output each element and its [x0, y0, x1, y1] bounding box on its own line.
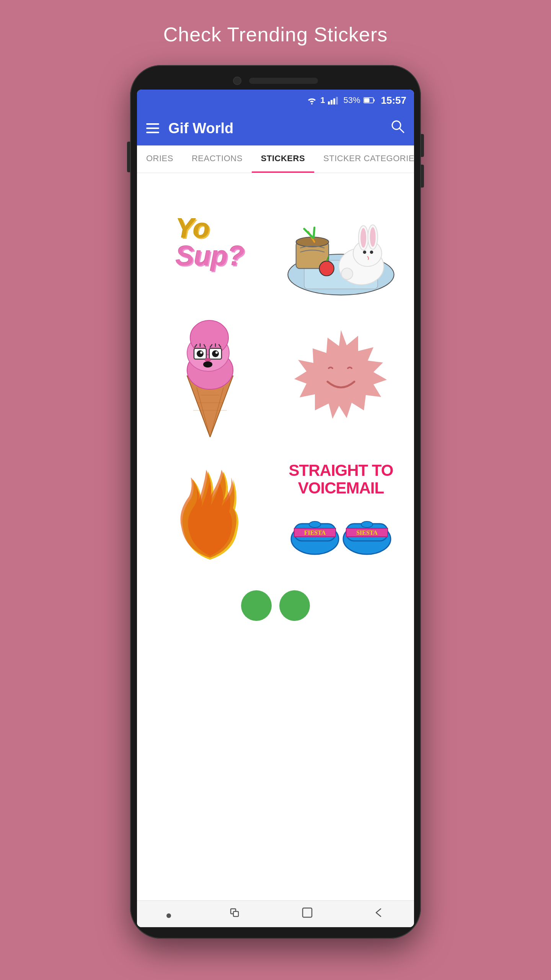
- nav-home-button[interactable]: [301, 906, 313, 921]
- svg-point-36: [197, 350, 204, 357]
- svg-point-38: [200, 351, 202, 354]
- yo-text: Yo: [176, 214, 245, 242]
- sandals-svg: FIESTA SIESTA: [287, 501, 395, 558]
- green-circle-1: [241, 590, 272, 621]
- svg-rect-2: [331, 100, 333, 105]
- svg-rect-60: [233, 911, 238, 916]
- fire-svg: [172, 460, 248, 560]
- sup-text: Sup?: [176, 242, 245, 270]
- tab-reactions[interactable]: REACTIONS: [183, 145, 252, 173]
- sim-indicator: 1: [320, 95, 325, 105]
- sticker-bunny-picnic[interactable]: [280, 181, 402, 303]
- svg-text:FIESTA: FIESTA: [304, 529, 326, 536]
- front-camera: [233, 77, 241, 85]
- svg-point-14: [319, 261, 334, 276]
- tab-stickers[interactable]: STICKERS: [252, 145, 314, 173]
- svg-rect-3: [333, 98, 335, 105]
- sticker-fire-blob[interactable]: [149, 449, 271, 571]
- speaker: [249, 78, 318, 84]
- tab-sticker-categories[interactable]: STICKER CATEGORIES: [314, 145, 414, 173]
- svg-text:SIESTA: SIESTA: [356, 529, 378, 536]
- svg-rect-4: [336, 97, 338, 105]
- sticker-voicemail-sandals[interactable]: STRAIGHT TO VOICEMAIL FIESTA: [280, 449, 402, 571]
- svg-point-37: [212, 350, 219, 357]
- svg-point-39: [215, 351, 218, 354]
- app-bar: Gif World: [137, 111, 414, 145]
- svg-rect-7: [373, 99, 375, 101]
- sticker-yo-sup[interactable]: Yo Sup?: [149, 181, 271, 303]
- page-title: Check Trending Stickers: [163, 23, 388, 46]
- svg-point-41: [203, 361, 212, 368]
- green-circle-2: [279, 590, 310, 621]
- signal-icon: [328, 96, 340, 105]
- wifi-icon: [306, 96, 317, 105]
- battery-icon: [364, 97, 375, 103]
- status-icons: 1 53% 15:57: [306, 95, 406, 106]
- tabs-bar: ORIES REACTIONS STICKERS STICKER CATEGOR…: [137, 145, 414, 173]
- svg-point-22: [363, 250, 367, 254]
- phone-shell: 1 53% 15:57: [130, 65, 421, 939]
- stickers-content: Yo Sup?: [137, 173, 414, 900]
- svg-rect-1: [328, 101, 330, 105]
- svg-point-57: [361, 521, 373, 528]
- svg-line-9: [399, 128, 404, 132]
- ice-cream-svg: [172, 315, 248, 437]
- nav-dot-button[interactable]: [166, 908, 171, 921]
- svg-point-19: [360, 228, 366, 248]
- nav-recent-apps-button[interactable]: [230, 907, 242, 921]
- phone-screen: 1 53% 15:57: [137, 90, 414, 927]
- phone-top-bar: [137, 77, 414, 85]
- svg-point-58: [166, 913, 171, 918]
- volume-down-button[interactable]: [421, 165, 424, 188]
- sticker-row-2: [145, 315, 406, 437]
- svg-point-21: [370, 227, 376, 247]
- app-title: Gif World: [168, 120, 381, 137]
- sticker-ice-cream[interactable]: [149, 315, 271, 437]
- svg-point-56: [309, 521, 321, 528]
- search-button[interactable]: [390, 119, 405, 137]
- nav-back-button[interactable]: [372, 906, 385, 921]
- sticker-row-3: STRAIGHT TO VOICEMAIL FIESTA: [145, 449, 406, 571]
- svg-point-23: [370, 250, 373, 254]
- volume-up-button[interactable]: [421, 134, 424, 157]
- svg-point-0: [311, 103, 313, 105]
- power-button[interactable]: [127, 142, 130, 172]
- battery-percent: 53%: [343, 95, 360, 105]
- sticker-row-1: Yo Sup?: [145, 181, 406, 303]
- bunny-picnic-svg: [280, 181, 402, 303]
- sticker-smiling-sun[interactable]: [280, 315, 402, 437]
- menu-button[interactable]: [146, 123, 159, 133]
- svg-point-40: [205, 358, 211, 362]
- svg-point-24: [341, 268, 353, 279]
- status-bar: 1 53% 15:57: [137, 90, 414, 111]
- svg-rect-61: [303, 908, 312, 917]
- status-time: 15:57: [381, 95, 407, 106]
- svg-rect-6: [364, 98, 369, 103]
- green-circles-row: [145, 583, 406, 629]
- smiling-sun-svg: [291, 326, 391, 426]
- voicemail-text: STRAIGHT TO VOICEMAIL: [289, 462, 393, 497]
- bottom-nav: [137, 900, 414, 927]
- tab-categories[interactable]: ORIES: [137, 145, 183, 173]
